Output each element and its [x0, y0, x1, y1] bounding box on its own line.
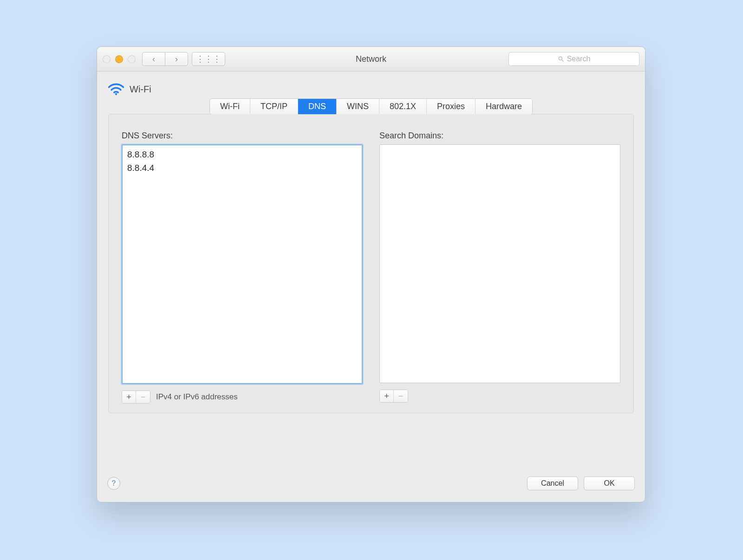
search-icon [558, 56, 564, 62]
titlebar: ‹ › ⋮⋮⋮ Network Search [97, 47, 645, 72]
nav-back-forward: ‹ › [142, 52, 188, 66]
dns-servers-add-remove: + − [122, 391, 150, 404]
dns-servers-column: DNS Servers: 8.8.8.8 8.8.4.4 + − IPv4 or… [122, 131, 363, 404]
ok-button[interactable]: OK [584, 476, 635, 490]
dns-servers-label: DNS Servers: [122, 131, 363, 141]
tab-tcpip[interactable]: TCP/IP [250, 99, 298, 114]
search-domains-list[interactable] [379, 144, 620, 383]
svg-point-2 [115, 93, 117, 95]
network-prefs-window: ‹ › ⋮⋮⋮ Network Search [97, 46, 645, 502]
search-domains-label: Search Domains: [379, 131, 620, 141]
dns-servers-list[interactable]: 8.8.8.8 8.8.4.4 [122, 144, 363, 384]
tab-proxies[interactable]: Proxies [427, 99, 476, 114]
remove-dns-server-button[interactable]: − [136, 391, 150, 403]
tab-hardware[interactable]: Hardware [476, 99, 532, 114]
tab-8021x[interactable]: 802.1X [379, 99, 427, 114]
tab-dns[interactable]: DNS [298, 99, 337, 114]
search-domains-column: Search Domains: + − [379, 131, 620, 404]
zoom-icon[interactable] [128, 55, 136, 63]
connection-header: Wi-Fi [108, 83, 634, 96]
settings-tabs: Wi-Fi TCP/IP DNS WINS 802.1X Proxies Har… [209, 98, 533, 115]
add-search-domain-button[interactable]: + [380, 390, 394, 402]
window-body: Wi-Fi Wi-Fi TCP/IP DNS WINS 802.1X Proxi… [97, 72, 645, 469]
back-button[interactable]: ‹ [142, 52, 165, 66]
traffic-lights [103, 55, 136, 63]
close-icon[interactable] [103, 55, 111, 63]
search-placeholder: Search [567, 55, 591, 63]
svg-point-0 [559, 57, 562, 60]
dialog-footer: ? Cancel OK [97, 469, 645, 502]
forward-button[interactable]: › [165, 52, 188, 66]
search-domains-add-remove: + − [379, 390, 408, 403]
connection-name: Wi-Fi [130, 84, 151, 95]
svg-line-1 [561, 60, 563, 62]
dns-panel: DNS Servers: 8.8.8.8 8.8.4.4 + − IPv4 or… [108, 114, 634, 413]
show-all-button[interactable]: ⋮⋮⋮ [192, 52, 225, 66]
help-button[interactable]: ? [107, 477, 120, 490]
search-input[interactable]: Search [508, 52, 639, 66]
list-item[interactable]: 8.8.8.8 [127, 148, 357, 162]
cancel-button[interactable]: Cancel [527, 476, 578, 490]
dns-hint: IPv4 or IPv6 addresses [156, 392, 238, 402]
minimize-icon[interactable] [115, 55, 123, 63]
add-dns-server-button[interactable]: + [122, 391, 136, 403]
wifi-icon [108, 83, 124, 96]
remove-search-domain-button[interactable]: − [394, 390, 408, 402]
tab-wins[interactable]: WINS [337, 99, 379, 114]
list-item[interactable]: 8.8.4.4 [127, 162, 357, 175]
tab-wifi[interactable]: Wi-Fi [210, 99, 250, 114]
